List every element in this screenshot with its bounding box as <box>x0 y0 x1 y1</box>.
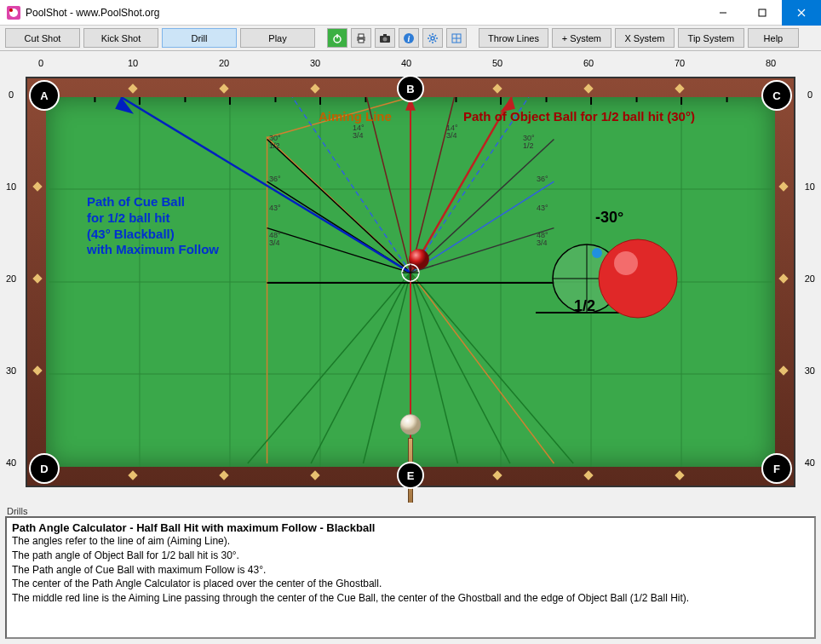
cut-shot-button[interactable]: Cut Shot <box>5 28 80 48</box>
throw-lines-button[interactable]: Throw Lines <box>479 28 548 48</box>
table-icon-button[interactable] <box>446 28 467 48</box>
pocket-b: B <box>397 75 424 102</box>
drills-line: The center of the Path Angle Calculator … <box>12 577 809 591</box>
gear-icon-button[interactable] <box>422 28 443 48</box>
app-icon <box>7 6 20 20</box>
svg-line-61 <box>267 140 410 273</box>
table-felt: 30°1/2 36° 43° 48°3/4 14°3/4 14°3/4 30°1… <box>46 97 775 467</box>
angle-label: 36° <box>537 175 548 183</box>
svg-point-87 <box>614 251 638 275</box>
main-toolbar: Cut Shot Kick Shot Drill Play i Throw Li… <box>0 26 821 51</box>
maximize-button[interactable] <box>743 0 782 26</box>
window-titlebar: PoolShot - www.PoolShot.org <box>0 0 821 26</box>
angle-label: 43° <box>269 204 281 212</box>
svg-point-88 <box>592 248 602 258</box>
ruler-left: 0 10 20 30 40 <box>0 77 26 487</box>
svg-line-56 <box>311 273 410 463</box>
svg-line-76 <box>410 140 554 273</box>
kick-shot-button[interactable]: Kick Shot <box>83 28 158 48</box>
drills-line: The path angle of Object Ball for 1/2 ba… <box>12 549 809 563</box>
svg-line-24 <box>429 40 431 42</box>
angle-label: 30°1/2 <box>269 135 281 150</box>
svg-line-23 <box>435 35 437 37</box>
angle-label: 43° <box>537 204 548 212</box>
print-icon-button[interactable] <box>351 28 371 48</box>
x-system-button[interactable]: X System <box>615 28 675 48</box>
drills-line: The angles refer to the line of aim (Aim… <box>12 534 809 549</box>
svg-point-81 <box>400 415 421 435</box>
object-ball-path-label: Path of Object Ball for 1/2 ball hit (30… <box>463 109 695 124</box>
svg-line-54 <box>248 273 410 463</box>
minimize-button[interactable] <box>703 0 743 26</box>
drills-textbox[interactable]: Path Angle Calculator - Half Ball Hit wi… <box>5 516 816 639</box>
svg-line-22 <box>435 40 437 42</box>
svg-line-68 <box>410 181 554 273</box>
drills-line: The middle red line is the Aiming Line p… <box>12 591 809 606</box>
ruler-right: 0 10 20 30 40 <box>795 77 821 487</box>
angle-30-label: -30° <box>595 209 623 227</box>
close-button[interactable] <box>782 0 821 26</box>
angle-label: 36° <box>269 175 281 183</box>
angle-label: 14°3/4 <box>353 124 365 140</box>
svg-point-12 <box>383 37 388 41</box>
power-icon-button[interactable] <box>327 28 347 48</box>
svg-point-16 <box>431 37 434 40</box>
tip-system-button[interactable]: Tip System <box>678 28 744 48</box>
camera-icon-button[interactable] <box>375 28 395 48</box>
angle-label: 48°3/4 <box>269 232 281 247</box>
svg-point-1 <box>9 9 13 12</box>
drills-line: The Path angle of Cue Ball with maximum … <box>12 563 809 578</box>
pocket-d: D <box>29 453 60 484</box>
plus-system-button[interactable]: + System <box>552 28 611 48</box>
svg-line-57 <box>410 273 510 463</box>
svg-line-63 <box>267 228 410 273</box>
drills-panel-label: Drills <box>5 506 816 516</box>
pocket-f: F <box>761 453 792 484</box>
angle-label: 30°1/2 <box>523 135 535 150</box>
drill-button[interactable]: Drill <box>162 28 237 48</box>
pool-table-canvas[interactable]: 0 10 20 30 40 50 60 70 80 0 10 20 30 40 … <box>0 51 821 494</box>
angle-label: 14°3/4 <box>446 124 458 140</box>
svg-rect-13 <box>383 34 387 37</box>
help-button[interactable]: Help <box>748 28 799 48</box>
fraction-12-label: 1/2 <box>574 297 595 315</box>
play-button[interactable]: Play <box>240 28 315 48</box>
ball-overlap-diagram: -30° 1/2 <box>536 212 698 331</box>
table-frame: 30°1/2 36° 43° 48°3/4 14°3/4 14°3/4 30°1… <box>26 77 795 487</box>
pocket-a: A <box>29 80 60 111</box>
svg-point-77 <box>409 249 429 269</box>
cue-ball-path-label: Path of Cue Ball for 1/2 ball hit (43° B… <box>87 194 219 258</box>
svg-rect-9 <box>359 34 364 37</box>
ruler-top: 0 10 20 30 40 50 60 70 80 <box>26 51 795 77</box>
svg-rect-3 <box>759 9 766 16</box>
window-title: PoolShot - www.PoolShot.org <box>20 7 703 19</box>
pocket-c: C <box>761 80 792 111</box>
svg-text:i: i <box>408 34 410 43</box>
aiming-line-label: Aiming Line <box>319 109 392 124</box>
info-icon-button[interactable]: i <box>399 28 419 48</box>
svg-line-21 <box>429 35 431 37</box>
drills-panel: Drills Path Angle Calculator - Half Ball… <box>0 503 821 644</box>
drills-title: Path Angle Calculator - Half Ball Hit wi… <box>12 521 809 534</box>
svg-point-86 <box>599 239 677 318</box>
svg-rect-10 <box>359 39 364 43</box>
pocket-e: E <box>397 462 424 489</box>
